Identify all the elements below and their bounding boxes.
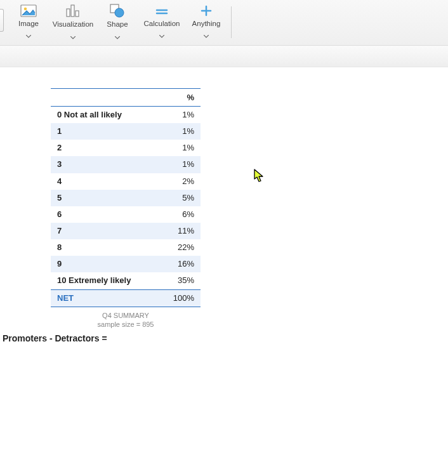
svg-rect-4 [76, 11, 79, 17]
table-header-label [51, 89, 159, 107]
row-label: 10 Extremely likely [51, 272, 159, 289]
shape-icon [110, 4, 125, 18]
row-value: 16% [159, 256, 201, 272]
toolbar-image-label: Image [18, 20, 39, 28]
caption-line1: Q4 SUMMARY [102, 312, 149, 319]
chevron-down-icon [159, 29, 164, 41]
toolbar-anything-label: Anything [192, 20, 221, 28]
table-row[interactable]: 0 Not at all likely1% [51, 107, 201, 124]
toolbar-divider [231, 6, 232, 38]
toolbar-image-button[interactable]: Image [6, 4, 51, 41]
row-label: 5 [51, 190, 159, 206]
caption-line2: sample size = 895 [98, 321, 154, 328]
summary-table[interactable]: % 0 Not at all likely1%11%21%31%42%55%66… [51, 88, 201, 329]
visualization-icon [65, 4, 81, 18]
row-value: 35% [159, 272, 201, 289]
net-label: NET [51, 289, 159, 307]
image-icon [20, 4, 37, 17]
row-label: 3 [51, 156, 159, 173]
svg-point-1 [24, 7, 27, 10]
toolbar: Image Visualization Shape [0, 0, 448, 46]
row-value: 11% [159, 223, 201, 239]
table-caption: Q4 SUMMARY sample size = 895 [51, 311, 201, 329]
row-value: 2% [159, 173, 201, 190]
plus-icon [200, 4, 213, 17]
formula-text[interactable]: Promoters - Detractors = [3, 333, 107, 343]
toolbar-anything-button[interactable]: Anything [184, 4, 228, 41]
row-value: 1% [159, 107, 201, 124]
row-value: 1% [159, 123, 201, 140]
toolbar-visualization-button[interactable]: Visualization [51, 4, 95, 41]
table-row[interactable]: 42% [51, 173, 201, 190]
table-row[interactable]: 916% [51, 256, 201, 272]
row-value: 1% [159, 156, 201, 173]
row-label: 9 [51, 256, 159, 272]
svg-point-6 [115, 8, 124, 17]
table-row[interactable]: 11% [51, 123, 201, 140]
chevron-down-icon [70, 30, 76, 42]
row-label: 8 [51, 239, 159, 256]
table-row[interactable]: 822% [51, 239, 201, 256]
table-row[interactable]: 31% [51, 156, 201, 173]
svg-rect-2 [67, 9, 70, 17]
row-value: 1% [159, 140, 201, 156]
row-value: 22% [159, 239, 201, 256]
table-row[interactable]: 10 Extremely likely35% [51, 272, 201, 289]
row-value: 5% [159, 190, 201, 206]
row-label: 7 [51, 223, 159, 239]
toolbar-visualization-label: Visualization [53, 21, 93, 29]
table-header-value: % [159, 89, 201, 107]
row-label: 1 [51, 123, 159, 140]
table-row[interactable]: 55% [51, 190, 201, 206]
svg-rect-3 [71, 5, 74, 17]
chevron-down-icon [115, 30, 120, 42]
table-header-row: % [51, 89, 201, 107]
toolbar-calculation-label: Calculation [144, 20, 180, 28]
partial-toolbar-button[interactable] [0, 9, 4, 32]
row-label: 6 [51, 206, 159, 223]
row-value: 6% [159, 206, 201, 223]
row-label: 0 Not at all likely [51, 107, 159, 124]
table-net-row[interactable]: NET100% [51, 289, 201, 307]
toolbar-calculation-button[interactable]: Calculation [140, 4, 184, 41]
chevron-down-icon [26, 29, 31, 41]
secondary-bar [0, 46, 448, 67]
table-row[interactable]: 21% [51, 140, 201, 156]
row-label: 2 [51, 140, 159, 156]
row-label: 4 [51, 173, 159, 190]
table-row[interactable]: 711% [51, 223, 201, 239]
toolbar-shape-label: Shape [107, 21, 128, 29]
toolbar-shape-button[interactable]: Shape [95, 4, 140, 41]
canvas[interactable]: % 0 Not at all likely1%11%21%31%42%55%66… [0, 67, 448, 476]
chevron-down-icon [204, 29, 209, 41]
mouse-cursor-icon [254, 169, 265, 185]
calculation-icon [155, 4, 168, 17]
table-row[interactable]: 66% [51, 206, 201, 223]
net-value: 100% [159, 289, 201, 307]
